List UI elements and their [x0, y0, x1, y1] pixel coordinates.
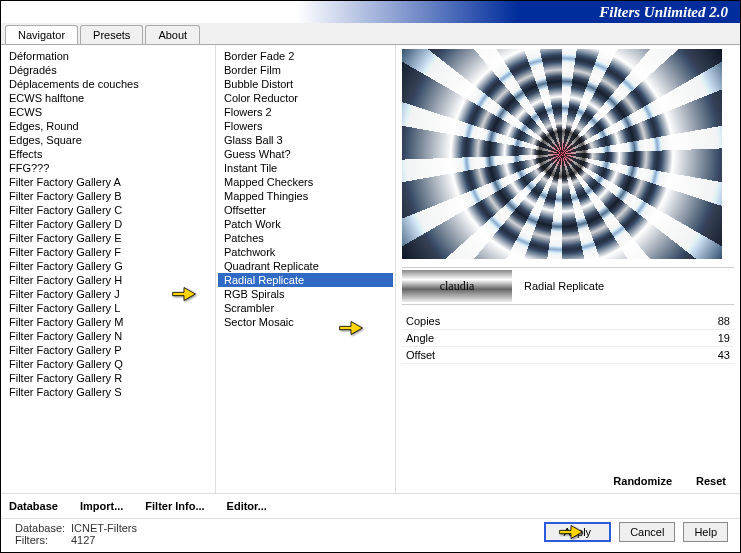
list-item[interactable]: ECWS	[3, 105, 213, 119]
list-item[interactable]: Radial Replicate	[218, 273, 393, 287]
app-title: Filters Unlimited 2.0	[599, 4, 728, 21]
category-column: DéformationDégradésDéplacements de couch…	[1, 45, 216, 493]
category-list[interactable]: DéformationDégradésDéplacements de couch…	[1, 45, 215, 493]
list-item[interactable]: Filter Factory Gallery D	[3, 217, 213, 231]
status-bar: Database: ICNET-Filters Filters: 4127	[9, 520, 143, 548]
right-actions: Randomize Reset	[402, 469, 734, 493]
filter-column: Border Fade 2Border FilmBubble DistortCo…	[216, 45, 396, 493]
footer: Database: ICNET-Filters Filters: 4127 Ap…	[1, 516, 740, 548]
list-item[interactable]: Filter Factory Gallery L	[3, 301, 213, 315]
status-db-label: Database:	[15, 522, 71, 534]
apply-button[interactable]: Apply	[544, 522, 612, 542]
list-item[interactable]: Guess What?	[218, 147, 393, 161]
dialog-buttons: Apply Cancel Help	[540, 516, 732, 548]
list-item[interactable]: Color Reductor	[218, 91, 393, 105]
list-item[interactable]: ECWS halftone	[3, 91, 213, 105]
list-item[interactable]: Flowers 2	[218, 105, 393, 119]
list-item[interactable]: Scrambler	[218, 301, 393, 315]
list-item[interactable]: Déformation	[3, 49, 213, 63]
list-item[interactable]: Déplacements de couches	[3, 77, 213, 91]
list-item[interactable]: Filter Factory Gallery F	[3, 245, 213, 259]
param-value: 19	[718, 332, 730, 344]
list-item[interactable]: Filter Factory Gallery G	[3, 259, 213, 273]
list-item[interactable]: Filter Factory Gallery M	[3, 315, 213, 329]
tab-presets[interactable]: Presets	[80, 25, 143, 44]
tab-navigator[interactable]: Navigator	[5, 25, 78, 44]
filter-list[interactable]: Border Fade 2Border FilmBubble DistortCo…	[216, 45, 395, 493]
list-item[interactable]: RGB Spirals	[218, 287, 393, 301]
param-name: Angle	[406, 332, 434, 344]
tab-bar: Navigator Presets About	[1, 23, 740, 45]
list-item[interactable]: Filter Factory Gallery R	[3, 371, 213, 385]
list-item[interactable]: Patches	[218, 231, 393, 245]
status-db-value: ICNET-Filters	[71, 522, 137, 534]
param-row[interactable]: Angle19	[402, 330, 734, 347]
list-item[interactable]: Edges, Round	[3, 119, 213, 133]
list-item[interactable]: Filter Factory Gallery B	[3, 189, 213, 203]
list-item[interactable]: Border Film	[218, 63, 393, 77]
list-item[interactable]: Filter Factory Gallery J	[3, 287, 213, 301]
list-item[interactable]: Glass Ball 3	[218, 133, 393, 147]
list-item[interactable]: Instant Tile	[218, 161, 393, 175]
tab-about[interactable]: About	[145, 25, 200, 44]
database-button[interactable]: Database	[9, 500, 58, 512]
list-item[interactable]: Sector Mosaic	[218, 315, 393, 329]
parameter-list: Copies88Angle19Offset43	[402, 313, 734, 469]
list-item[interactable]: Filter Factory Gallery H	[3, 273, 213, 287]
list-item[interactable]: Filter Factory Gallery C	[3, 203, 213, 217]
param-name: Offset	[406, 349, 435, 361]
list-item[interactable]: Border Fade 2	[218, 49, 393, 63]
param-value: 88	[718, 315, 730, 327]
list-item[interactable]: Offsetter	[218, 203, 393, 217]
randomize-button[interactable]: Randomize	[613, 475, 672, 487]
watermark: claudia	[402, 270, 512, 302]
cancel-button[interactable]: Cancel	[619, 522, 675, 542]
list-item[interactable]: Filter Factory Gallery S	[3, 385, 213, 399]
list-item[interactable]: Patchwork	[218, 245, 393, 259]
list-item[interactable]: Filter Factory Gallery A	[3, 175, 213, 189]
list-item[interactable]: Filter Factory Gallery N	[3, 329, 213, 343]
filter-name-row: claudia Radial Replicate	[402, 267, 734, 305]
status-filters-label: Filters:	[15, 534, 71, 546]
list-item[interactable]: Dégradés	[3, 63, 213, 77]
list-item[interactable]: Effects	[3, 147, 213, 161]
list-item[interactable]: Mapped Checkers	[218, 175, 393, 189]
filter-info-button[interactable]: Filter Info...	[145, 500, 204, 512]
list-item[interactable]: Edges, Square	[3, 133, 213, 147]
preview-column: claudia Radial Replicate Copies88Angle19…	[396, 45, 740, 493]
preview-image	[402, 49, 722, 259]
list-item[interactable]: FFG???	[3, 161, 213, 175]
status-filters-value: 4127	[71, 534, 95, 546]
param-value: 43	[718, 349, 730, 361]
param-name: Copies	[406, 315, 440, 327]
list-item[interactable]: Patch Work	[218, 217, 393, 231]
list-item[interactable]: Quadrant Replicate	[218, 259, 393, 273]
help-button[interactable]: Help	[683, 522, 728, 542]
reset-button[interactable]: Reset	[696, 475, 726, 487]
list-item[interactable]: Filter Factory Gallery Q	[3, 357, 213, 371]
list-item[interactable]: Mapped Thingies	[218, 189, 393, 203]
list-item[interactable]: Filter Factory Gallery E	[3, 231, 213, 245]
import-button[interactable]: Import...	[80, 500, 123, 512]
list-item[interactable]: Filter Factory Gallery P	[3, 343, 213, 357]
param-row[interactable]: Copies88	[402, 313, 734, 330]
param-row[interactable]: Offset43	[402, 347, 734, 364]
list-item[interactable]: Bubble Distort	[218, 77, 393, 91]
list-item[interactable]: Flowers	[218, 119, 393, 133]
main: DéformationDégradésDéplacements de couch…	[1, 45, 740, 493]
header: Filters Unlimited 2.0	[1, 1, 740, 23]
current-filter-name: Radial Replicate	[512, 280, 604, 292]
editor-button[interactable]: Editor...	[227, 500, 267, 512]
